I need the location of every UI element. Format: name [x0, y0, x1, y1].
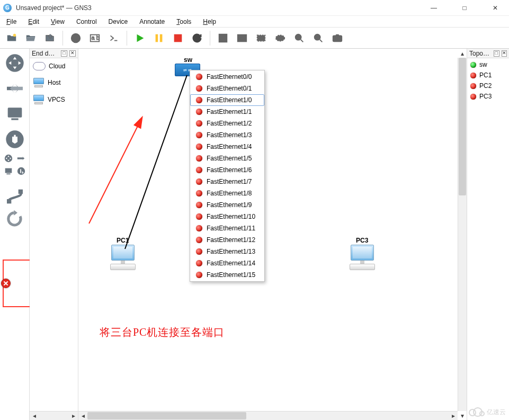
stop-all-button[interactable]: [169, 30, 186, 47]
menu-file[interactable]: File: [3, 17, 20, 26]
close-button[interactable]: ✕: [485, 1, 506, 15]
enddev-label: VPCS: [48, 96, 65, 103]
port-menu-item[interactable]: FastEthernet0/0: [190, 71, 264, 83]
annotate-note-button[interactable]: [215, 30, 231, 47]
enddev-label: Host: [48, 79, 61, 86]
svg-text:a b: a b: [92, 34, 100, 40]
port-menu-label: FastEthernet1/3: [207, 131, 252, 139]
rail-routers-button[interactable]: [3, 51, 27, 75]
node-label-sw: sw: [180, 56, 196, 64]
port-menu-item[interactable]: FastEthernet1/5: [190, 153, 264, 164]
start-all-button[interactable]: [131, 30, 148, 47]
console-button[interactable]: [105, 30, 122, 47]
enddev-item-vpcs[interactable]: VPCS: [30, 91, 78, 108]
vpcs-icon: [33, 95, 44, 104]
port-led-icon: [196, 155, 202, 162]
port-menu-label: FastEthernet1/9: [207, 201, 252, 209]
open-project-button[interactable]: [22, 30, 39, 47]
topo-item[interactable]: PC1: [469, 70, 507, 81]
rail-small-1[interactable]: [3, 153, 14, 164]
rail-link-button[interactable]: [3, 185, 27, 208]
port-menu-item[interactable]: FastEthernet1/6: [190, 164, 264, 176]
rail-security-button[interactable]: [3, 127, 27, 151]
svg-rect-22: [5, 168, 12, 173]
port-menu-item[interactable]: FastEthernet1/7: [190, 176, 264, 187]
port-menu-item[interactable]: FastEthernet0/1: [190, 83, 264, 94]
rail-small-3[interactable]: [3, 165, 14, 177]
port-menu-item[interactable]: FastEthernet1/9: [190, 199, 264, 211]
status-led-icon: [470, 73, 476, 78]
port-menu-label: FastEthernet1/8: [207, 190, 252, 197]
port-menu-item[interactable]: FastEthernet1/13: [190, 246, 264, 257]
rail-undo-link-button[interactable]: [3, 209, 27, 231]
canvas-vscroll[interactable]: ▴▾: [458, 58, 467, 411]
port-menu-label: FastEthernet1/10: [207, 213, 255, 220]
port-menu-item[interactable]: FastEthernet1/10: [190, 211, 264, 222]
port-menu-item[interactable]: FastEthernet1/4: [190, 141, 264, 153]
port-led-icon: [196, 144, 202, 150]
topo-item[interactable]: PC2: [469, 81, 507, 91]
snapshot-button[interactable]: [67, 30, 84, 47]
zoom-in-button[interactable]: [291, 30, 308, 47]
enddev-item-host[interactable]: Host: [30, 74, 78, 91]
port-menu-item[interactable]: FastEthernet1/2: [190, 118, 264, 129]
port-menu-item[interactable]: FastEthernet1/3: [190, 129, 264, 141]
menu-control[interactable]: Control: [73, 17, 100, 26]
topology-list: swPC1PC2PC3: [467, 58, 509, 420]
svg-point-0: [13, 33, 16, 37]
panel-close-button[interactable]: ✕: [502, 50, 507, 57]
port-menu-label: FastEthernet1/5: [207, 155, 252, 162]
menu-edit[interactable]: Edit: [25, 17, 42, 26]
insert-image-button[interactable]: [234, 30, 251, 47]
port-menu-label: FastEthernet1/12: [207, 236, 255, 244]
topo-item-label: PC1: [479, 72, 492, 79]
cancel-link-badge[interactable]: [1, 279, 11, 288]
end-devices-list: Cloud Host VPCS: [30, 58, 78, 411]
canvas-hscroll[interactable]: ◂▸: [78, 411, 458, 420]
enddev-scrollbar[interactable]: ◂▸: [30, 411, 78, 420]
menu-view[interactable]: View: [48, 17, 68, 26]
status-led-icon: [470, 83, 476, 89]
topo-item[interactable]: PC3: [469, 91, 507, 102]
panel-float-button[interactable]: □: [61, 50, 67, 57]
node-pc3[interactable]: [349, 245, 376, 271]
draw-ellipse-button[interactable]: [272, 30, 289, 47]
minimize-button[interactable]: —: [423, 1, 444, 15]
pause-all-button[interactable]: [150, 30, 167, 47]
port-menu-item[interactable]: FastEthernet1/8: [190, 187, 264, 199]
port-menu-item[interactable]: FastEthernet1/11: [190, 222, 264, 234]
svg-rect-25: [20, 169, 21, 173]
reload-all-button[interactable]: [189, 30, 206, 47]
zoom-out-button[interactable]: [310, 30, 327, 47]
menu-tools[interactable]: Tools: [173, 17, 194, 26]
rail-enddevices-button[interactable]: [3, 102, 27, 126]
draw-rect-button[interactable]: [253, 30, 270, 47]
save-project-button[interactable]: [41, 30, 58, 47]
port-menu-item[interactable]: FastEthernet1/12: [190, 234, 264, 246]
port-led-icon: [196, 272, 202, 278]
svg-rect-6: [174, 34, 182, 42]
port-menu-item[interactable]: FastEthernet1/1: [190, 106, 264, 118]
port-menu-item[interactable]: FastEthernet1/15: [190, 269, 264, 281]
panel-float-button[interactable]: □: [494, 50, 499, 57]
port-menu-label: FastEthernet0/1: [207, 85, 252, 92]
rail-small-2[interactable]: [15, 153, 27, 164]
port-led-icon: [196, 132, 202, 138]
show-names-button[interactable]: a b: [86, 30, 103, 47]
rail-switches-button[interactable]: [3, 76, 27, 101]
port-menu-item[interactable]: FastEthernet1/14: [190, 257, 264, 269]
topology-canvas[interactable]: sw ⇄⇄ PC1 PC3 FastEthernet0/0FastEtherne…: [78, 49, 458, 411]
menu-annotate[interactable]: Annotate: [136, 17, 168, 26]
new-project-button[interactable]: [3, 30, 20, 47]
enddev-item-cloud[interactable]: Cloud: [30, 58, 78, 74]
menu-device[interactable]: Device: [105, 17, 131, 26]
port-menu-item[interactable]: FastEthernet1/0: [190, 94, 264, 106]
port-led-icon: [196, 120, 202, 127]
topo-item[interactable]: sw: [469, 59, 507, 70]
menu-help[interactable]: Help: [200, 17, 219, 26]
panel-close-button[interactable]: ✕: [69, 50, 76, 57]
screenshot-button[interactable]: [329, 30, 346, 47]
rail-small-4[interactable]: [15, 165, 27, 177]
maximize-button[interactable]: □: [454, 1, 475, 15]
node-pc1[interactable]: [109, 245, 137, 271]
